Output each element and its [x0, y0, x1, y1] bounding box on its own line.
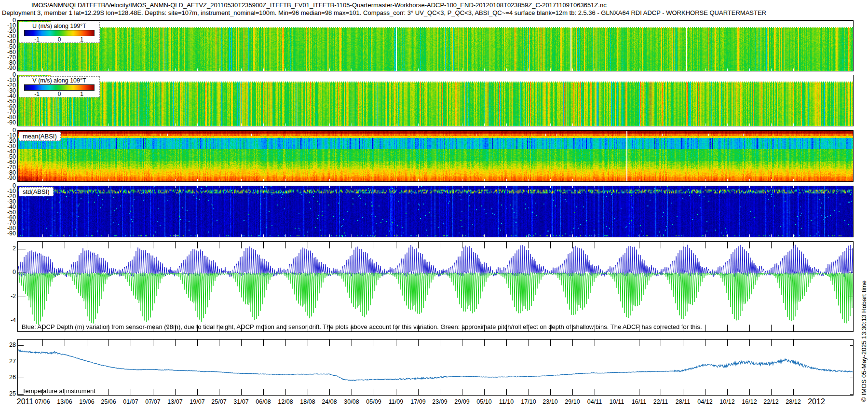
- figure-subtitle: Deployment 3, member 1 lat=12.29S lon=12…: [2, 9, 766, 16]
- x-tick-label: 22/12: [763, 398, 778, 405]
- x-tick-label: 19/06: [79, 398, 94, 405]
- v-colorbar-gradient: [24, 84, 95, 91]
- x-tick-label: 23/10: [542, 398, 557, 405]
- panel-u-velocity: U (m/s) along 199°T -1 0 1: [17, 20, 854, 71]
- x-tick-label: 01/07: [123, 398, 138, 405]
- depth-caption: Blue: ADCP Depth (m) variation from sens…: [22, 323, 702, 330]
- x-tick-label: 29/10: [565, 398, 580, 405]
- x-tick-label: 13/07: [167, 398, 182, 405]
- depth-variation-canvas: [18, 242, 853, 331]
- colorbar-tick: 1: [80, 91, 83, 97]
- figure-title: IMOS/ANMN/QLD/ITFFTB/Velocity/IMOS_ANMN-…: [31, 1, 607, 9]
- x-tick-label: 18/08: [300, 398, 315, 405]
- x-axis-year-start: 2011: [17, 397, 33, 406]
- x-tick-label: 11/10: [499, 398, 514, 405]
- panel-v-velocity: V (m/s) along 109°T -1 0 1: [17, 75, 854, 126]
- colorbar-tick: 1: [80, 36, 83, 43]
- v-heatmap-canvas: [18, 75, 853, 126]
- mean-absi-label: mean(ABSI): [19, 132, 61, 141]
- u-colorbar-gradient: [24, 30, 95, 36]
- x-tick-label: 25/07: [211, 398, 226, 405]
- copyright-vertical: © IMOS 05-May-2025 13:30:13 Hobart time: [860, 280, 868, 402]
- x-tick-label: 04/12: [697, 398, 712, 405]
- std-absi-heatmap-canvas: [18, 186, 853, 237]
- x-tick-label: 23/09: [432, 398, 447, 405]
- y-tick-label: 26: [0, 374, 16, 381]
- colorbar-tick: -1: [34, 36, 40, 43]
- temperature-canvas: [18, 340, 853, 395]
- x-tick-label: 24/08: [322, 398, 337, 405]
- x-tick-label: 10/12: [719, 398, 734, 405]
- x-tick-label: 16/11: [632, 398, 646, 405]
- v-legend-title: V (m/s) along 109°T: [19, 77, 99, 84]
- x-tick-label: 19/07: [190, 398, 204, 405]
- y-tick-label: 28: [0, 342, 16, 348]
- y-tick-label: -90: [0, 175, 16, 181]
- colorbar-tick: 0: [58, 91, 61, 97]
- x-tick-label: 17/10: [521, 398, 536, 405]
- u-legend-title: U (m/s) along 199°T: [19, 22, 99, 30]
- y-tick-label: -2: [0, 293, 16, 300]
- x-tick-label: 25/06: [101, 398, 116, 405]
- y-tick-label: 0: [0, 269, 16, 275]
- x-tick-label: 10/11: [610, 398, 624, 405]
- x-tick-label: 11/09: [389, 398, 403, 405]
- x-tick-label: 30/08: [344, 398, 359, 405]
- x-axis-labels: 2011 2012 07/0613/0619/0625/0601/0707/07…: [0, 398, 868, 408]
- x-tick-label: 13/06: [57, 398, 72, 405]
- colorbar-tick: 0: [58, 36, 61, 43]
- y-tick-label: -90: [0, 230, 16, 237]
- y-tick-label: 2: [0, 245, 16, 252]
- x-tick-label: 05/10: [476, 398, 491, 405]
- panel-mean-absi: mean(ABSI): [17, 130, 854, 182]
- x-tick-label: 12/08: [278, 398, 293, 405]
- y-tick-label: -4: [0, 317, 16, 324]
- colorbar-tick: -1: [34, 91, 40, 97]
- x-tick-label: 29/09: [454, 398, 469, 405]
- v-colorbar-ticks: -1 0 1: [19, 91, 99, 97]
- x-tick-label: 17/09: [410, 398, 425, 405]
- x-tick-label: 16/12: [742, 398, 757, 405]
- u-colorbar-legend: U (m/s) along 199°T -1 0 1: [19, 22, 100, 43]
- u-heatmap-canvas: [18, 21, 853, 71]
- x-tick-label: 31/07: [233, 398, 248, 405]
- x-tick-label: 28/12: [786, 398, 800, 405]
- x-axis-year-end: 2012: [808, 397, 825, 406]
- v-colorbar-legend: V (m/s) along 109°T -1 0 1: [19, 76, 100, 97]
- y-tick-label: 27: [0, 358, 16, 365]
- temperature-label: Temperature at instrument: [22, 387, 95, 395]
- panel-std-absi: std(ABSI): [17, 186, 854, 237]
- mean-absi-heatmap-canvas: [18, 131, 853, 181]
- x-tick-label: 07/07: [145, 398, 160, 405]
- x-tick-label: 22/11: [653, 398, 668, 405]
- x-tick-label: 28/11: [676, 398, 690, 405]
- x-tick-label: 06/08: [256, 398, 271, 405]
- y-tick-label: -90: [0, 119, 16, 126]
- x-tick-label: 05/09: [366, 398, 381, 405]
- std-absi-label: std(ABSI): [19, 187, 54, 196]
- y-tick-label: -90: [0, 65, 16, 71]
- panel-temperature: Temperature at instrument: [17, 339, 854, 396]
- u-colorbar-ticks: -1 0 1: [19, 36, 99, 43]
- adcp-figure: IMOS/ANMN/QLD/ITFFTB/Velocity/IMOS_ANMN-…: [0, 0, 868, 410]
- panel-depth-variation: Blue: ADCP Depth (m) variation from sens…: [17, 241, 854, 332]
- x-tick-label: 07/06: [35, 398, 50, 405]
- x-tick-label: 04/11: [587, 398, 602, 405]
- y-tick-label: 25: [0, 390, 16, 397]
